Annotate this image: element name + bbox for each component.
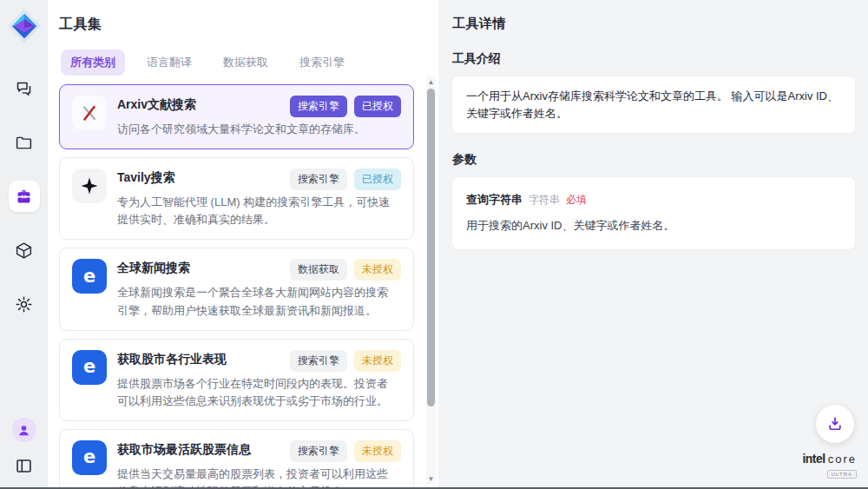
collapse-panel-icon[interactable] [13,454,36,477]
category-badge: 搜索引擎 [290,350,347,372]
intel-wordmark: intel [802,453,825,465]
auth-status-badge: 未授权 [354,350,401,372]
param-required-badge: 必填 [566,192,587,208]
category-badge: 数据获取 [290,259,347,281]
auth-status-badge: 未授权 [354,440,401,462]
toolset-panel: 工具集 所有类别语言翻译数据获取搜索引擎 Arxiv文献搜索 搜索引擎 已授权 … [48,0,438,489]
tool-card[interactable]: Arxiv文献搜索 搜索引擎 已授权 访问各个研究领域大量科学论文和文章的存储库… [59,84,414,149]
toolset-title: 工具集 [59,16,438,34]
intro-box: 一个用于从Arxiv存储库搜索科学论文和文章的工具。 输入可以是Arxiv ID… [452,76,855,133]
param-name: 查询字符串 [466,191,523,208]
tool-description: 提供股票市场各个行业在特定时间段内的表现。投资者可以利用这些信息来识别表现优于或… [117,375,401,410]
app-logo [7,9,42,43]
auth-status-badge: 未授权 [354,259,401,281]
param-box: 查询字符串 字符串 必填 用于搜索的Arxiv ID、关键字或作者姓名。 [452,177,855,249]
scroll-down-arrow-icon[interactable]: ▼ [426,473,436,484]
category-badge: 搜索引擎 [290,169,347,190]
arxiv-icon [72,96,107,130]
tab-0[interactable]: 所有类别 [61,50,125,76]
intel-sub-badge: ultra [827,470,857,479]
download-button[interactable] [816,405,854,443]
tool-card[interactable]: e 获取市场最活跃股票信息 搜索引擎 未授权 提供当天交易量最高的股票列表，投资… [59,429,414,489]
news-e-icon: e [72,259,107,294]
tab-2[interactable]: 数据获取 [214,50,278,76]
tool-description: 提供当天交易量最高的股票列表，投资者可以利用这些信息来识别流动性强的股票和潜在的… [117,466,401,489]
tool-name: Arxiv文献搜索 [117,96,196,113]
news-e-icon: e [72,350,107,385]
intel-core-logo: intel core ultra [802,453,857,479]
tool-name: Tavily搜索 [117,169,175,186]
tab-1[interactable]: 语言翻译 [137,50,201,76]
gear-icon[interactable] [9,288,40,320]
param-desc: 用于搜索的Arxiv ID、关键字或作者姓名。 [466,217,841,235]
auth-status-badge: 已授权 [354,96,401,117]
user-avatar-icon[interactable] [12,418,36,442]
scrollbar-thumb[interactable] [427,89,435,406]
tool-name: 全球新闻搜索 [117,259,190,276]
category-badge: 搜索引擎 [290,96,347,117]
tool-card[interactable]: e 获取股市各行业表现 搜索引擎 未授权 提供股票市场各个行业在特定时间段内的表… [59,339,414,421]
auth-status-badge: 已授权 [354,169,401,190]
tool-description: 全球新闻搜索是一个聚合全球各大新闻网站内容的搜索引擎，帮助用户快速获取全球最新资… [117,284,401,319]
params-heading: 参数 [452,152,855,168]
left-rail [0,0,48,489]
list-scrollbar[interactable]: ▲ ▼ [426,76,436,484]
tool-description: 专为人工智能代理 (LLM) 构建的搜索引擎工具，可快速提供实时、准确和真实的结… [117,194,401,228]
tool-card[interactable]: e 全球新闻搜索 数据获取 未授权 全球新闻搜索是一个聚合全球各大新闻网站内容的… [59,248,414,330]
tool-detail-panel: 工具详情 工具介绍 一个用于从Arxiv存储库搜索科学论文和文章的工具。 输入可… [438,0,868,489]
tool-name: 获取股市各行业表现 [117,350,227,367]
core-wordmark: core [828,453,857,465]
toolbox-icon[interactable] [9,181,40,212]
intro-heading: 工具介绍 [452,51,855,67]
tavily-icon [72,169,107,203]
tool-card[interactable]: Tavily搜索 搜索引擎 已授权 专为人工智能代理 (LLM) 构建的搜索引擎… [59,157,414,240]
category-badge: 搜索引擎 [290,440,347,462]
detail-title: 工具详情 [452,16,855,32]
chat-icon[interactable] [9,73,40,104]
category-tabs: 所有类别语言翻译数据获取搜索引擎 [61,50,438,76]
tool-description: 访问各个研究领域大量科学论文和文章的存储库。 [117,121,401,138]
tool-list: Arxiv文献搜索 搜索引擎 已授权 访问各个研究领域大量科学论文和文章的存储库… [59,84,438,489]
news-e-icon: e [72,440,107,475]
param-type: 字符串 [529,192,560,208]
tab-3[interactable]: 搜索引擎 [290,50,354,76]
cube-icon[interactable] [9,235,40,266]
scroll-up-arrow-icon[interactable]: ▲ [426,76,436,87]
folder-icon[interactable] [9,127,40,158]
tool-name: 获取市场最活跃股票信息 [117,440,251,458]
